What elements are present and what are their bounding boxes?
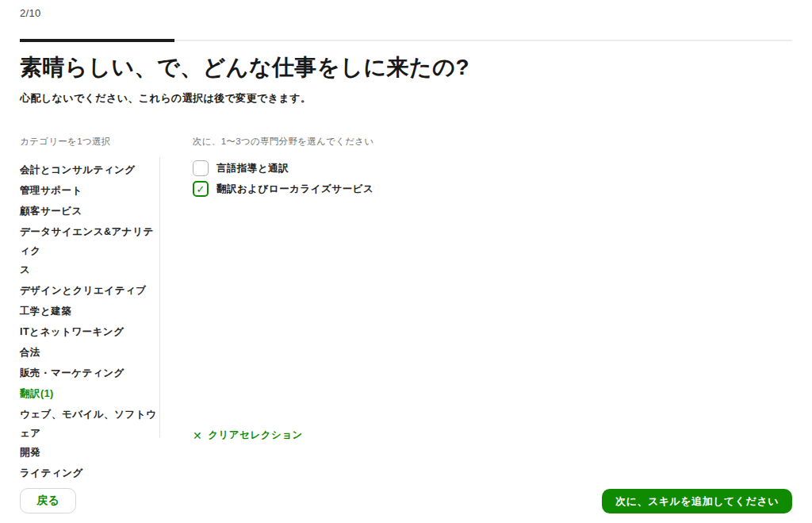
category-item-sales-marketing[interactable]: 販売・マーケティング	[20, 363, 159, 383]
next-add-skills-button[interactable]: 次に、スキルを追加してください	[602, 489, 792, 513]
category-item-accounting[interactable]: 会計とコンサルティング	[20, 160, 159, 179]
specialty-option-translation-localization[interactable]: ✓ 翻訳およびローカライズサービス	[193, 181, 792, 197]
category-item-customer-service[interactable]: 顧客サービス	[20, 202, 159, 221]
category-item-design-creative[interactable]: デザインとクリエイティブ	[20, 281, 159, 300]
specialty-option-label: 翻訳およびローカライズサービス	[216, 183, 373, 196]
progress-bar	[20, 39, 792, 42]
progress-fill	[20, 39, 174, 42]
category-list: 会計とコンサルティング 管理サポート 顧客サービス データサイエンス&アナリティ…	[20, 160, 159, 483]
category-item-writing[interactable]: ライティング	[20, 463, 159, 483]
checkbox-unchecked[interactable]	[193, 160, 209, 176]
category-item-legal[interactable]: 合法	[20, 343, 159, 362]
clear-selection-label: クリアセレクション	[208, 429, 303, 442]
specialty-options: 言語指導と通訳 ✓ 翻訳およびローカライズサービス	[193, 160, 792, 197]
footer: 戻る 次に、スキルを追加してください	[20, 488, 792, 513]
step-indicator: 2/10	[20, 0, 792, 19]
category-item-admin-support[interactable]: 管理サポート	[20, 181, 159, 200]
specialty-option-language-tutoring[interactable]: 言語指導と通訳	[193, 160, 792, 176]
category-item-data-science[interactable]: データサイエンス&アナリティク ス	[20, 222, 159, 279]
category-item-translation[interactable]: 翻訳(1)	[20, 384, 159, 403]
specialty-option-label: 言語指導と通訳	[216, 162, 289, 175]
onboarding-page: 2/10 素晴らしい、で、どんな仕事をしに来たの? 心配しないでください、これら…	[0, 0, 812, 523]
specialties-label: 次に、1〜3つの専門分野を選んでください	[193, 136, 792, 148]
category-item-it-networking[interactable]: ITとネットワーキング	[20, 322, 159, 341]
category-item-engineering-architecture[interactable]: 工学と建築	[20, 302, 159, 321]
checkbox-checked[interactable]: ✓	[193, 181, 209, 197]
back-button[interactable]: 戻る	[20, 488, 76, 513]
selection-area: カテゴリーを1つ選択 会計とコンサルティング 管理サポート 顧客サービス データ…	[20, 136, 792, 484]
column-divider	[159, 157, 160, 437]
category-column: カテゴリーを1つ選択 会計とコンサルティング 管理サポート 顧客サービス データ…	[20, 136, 159, 484]
clear-selection-link[interactable]: ✕ クリアセレクション	[193, 429, 303, 442]
category-list-label: カテゴリーを1つ選択	[20, 136, 159, 148]
x-icon: ✕	[193, 429, 202, 442]
check-icon: ✓	[197, 184, 205, 194]
page-subtitle: 心配しないでください、これらの選択は後で変更できます。	[20, 91, 792, 106]
specialty-column: 次に、1〜3つの専門分野を選んでください 言語指導と通訳 ✓ 翻訳およびローカラ…	[159, 136, 792, 484]
page-title: 素晴らしい、で、どんな仕事をしに来たの?	[20, 53, 792, 81]
category-item-web-mobile-software[interactable]: ウェブ、モバイル、ソフトウェア 開発	[20, 405, 159, 462]
